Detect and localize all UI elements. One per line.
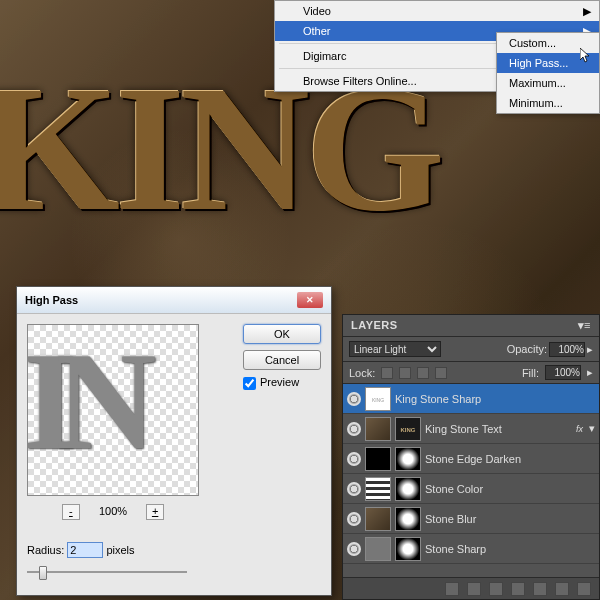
preview-area[interactable]: IN [27,324,199,496]
dialog-body: IN - 100% + OK Cancel Preview Radius: pi… [17,314,331,598]
preview-content: IN [27,324,135,481]
radius-control: Radius: pixels [27,542,135,558]
menu-label: Custom... [509,37,556,49]
lock-transparency-icon[interactable] [381,367,393,379]
lock-all-icon[interactable] [435,367,447,379]
menu-video[interactable]: Video ▶ [275,1,599,21]
preview-label: Preview [260,376,299,388]
cursor-icon [580,48,592,64]
layers-panel: LAYERS ▾≡ Linear Light Opacity: ▸ Lock: … [342,314,600,600]
radius-input[interactable] [67,542,103,558]
layer-row[interactable]: Stone Sharp [343,534,599,564]
layer-row[interactable]: Stone Color [343,474,599,504]
menu-label: Maximum... [509,77,566,89]
button-column: OK Cancel Preview [243,324,321,390]
fx-badge[interactable]: fx [576,424,583,434]
opacity-label: Opacity: [507,343,547,355]
slider-thumb[interactable] [39,566,47,580]
panel-menu-icon[interactable]: ▾≡ [578,319,591,332]
preview-checkbox[interactable]: Preview [243,376,299,388]
lock-position-icon[interactable] [417,367,429,379]
layer-mask-thumb[interactable] [395,507,421,531]
submenu-minimum[interactable]: Minimum... [497,93,599,113]
layer-name: King Stone Sharp [395,393,595,405]
layer-thumb[interactable]: KING [365,387,391,411]
link-icon[interactable] [445,582,459,596]
layer-row[interactable]: Stone Edge Darken [343,444,599,474]
layer-thumb[interactable] [365,417,391,441]
dialog-title: High Pass [25,294,78,306]
layer-name: Stone Color [425,483,595,495]
fill-label: Fill: [522,367,539,379]
group-icon[interactable] [533,582,547,596]
layer-mask-thumb[interactable]: KING [395,417,421,441]
chevron-icon[interactable]: ▾ [589,422,595,435]
layer-list: KING King Stone Sharp KING King Stone Te… [343,384,599,568]
zoom-controls: - 100% + [27,504,199,520]
dialog-titlebar[interactable]: High Pass ✕ [17,287,331,314]
layer-thumb[interactable] [365,477,391,501]
blend-row: Linear Light Opacity: ▸ [343,337,599,362]
submenu-arrow-icon: ▶ [583,5,591,18]
lock-pixels-icon[interactable] [399,367,411,379]
layers-tab[interactable]: LAYERS ▾≡ [343,315,599,337]
high-pass-dialog: High Pass ✕ IN - 100% + OK Cancel Previe… [16,286,332,596]
other-submenu: Custom... High Pass... Maximum... Minimu… [496,32,600,114]
layer-thumb[interactable] [365,447,391,471]
layers-tab-label: LAYERS [351,319,398,332]
layer-row[interactable]: KING King Stone Text fx▾ [343,414,599,444]
layer-name: Stone Blur [425,513,595,525]
visibility-icon[interactable] [347,422,361,436]
layer-name: Stone Sharp [425,543,595,555]
lock-label: Lock: [349,367,375,379]
menu-label: Minimum... [509,97,563,109]
visibility-icon[interactable] [347,482,361,496]
layer-name: Stone Edge Darken [425,453,595,465]
blend-mode-select[interactable]: Linear Light [349,341,441,357]
layer-mask-thumb[interactable] [395,537,421,561]
visibility-icon[interactable] [347,452,361,466]
menu-label: Digimarc [303,50,346,62]
submenu-maximum[interactable]: Maximum... [497,73,599,93]
chevron-icon[interactable]: ▸ [587,366,593,379]
layer-name: King Stone Text [425,423,572,435]
adjustment-icon[interactable] [511,582,525,596]
fx-icon[interactable] [467,582,481,596]
lock-row: Lock: Fill: ▸ [343,362,599,384]
visibility-icon[interactable] [347,512,361,526]
layer-thumb[interactable] [365,507,391,531]
slider-track [27,571,187,573]
radius-unit: pixels [106,544,134,556]
zoom-level: 100% [99,505,127,517]
new-layer-icon[interactable] [555,582,569,596]
fill-input[interactable] [545,365,581,380]
visibility-icon[interactable] [347,392,361,406]
ok-button[interactable]: OK [243,324,321,344]
menu-label: Browse Filters Online... [303,75,417,87]
radius-slider[interactable] [27,566,187,578]
layer-row[interactable]: Stone Blur [343,504,599,534]
close-button[interactable]: ✕ [297,292,323,308]
zoom-out-button[interactable]: - [62,504,80,520]
menu-label: High Pass... [509,57,568,69]
layer-mask-thumb[interactable] [395,477,421,501]
zoom-in-button[interactable]: + [146,504,164,520]
chevron-icon[interactable]: ▸ [587,343,593,356]
layer-mask-thumb[interactable] [395,447,421,471]
preview-check-input[interactable] [243,377,256,390]
menu-label: Other [303,25,331,37]
mask-icon[interactable] [489,582,503,596]
visibility-icon[interactable] [347,542,361,556]
trash-icon[interactable] [577,582,591,596]
cancel-button[interactable]: Cancel [243,350,321,370]
menu-label: Video [303,5,331,17]
layers-footer [343,577,599,599]
layer-row[interactable]: KING King Stone Sharp [343,384,599,414]
layer-thumb[interactable] [365,537,391,561]
opacity-input[interactable] [549,342,585,357]
radius-label: Radius: [27,544,64,556]
